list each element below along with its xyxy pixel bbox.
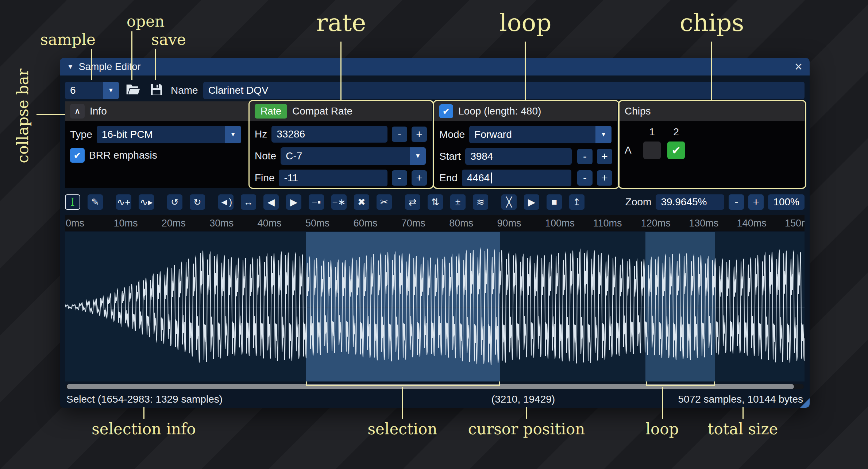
rate-button[interactable]: Rate [255, 104, 287, 119]
loop-end-input[interactable]: 4464 [462, 170, 571, 186]
loop-enabled-checkbox[interactable]: ✔ [439, 104, 453, 118]
loop-header-label: Loop (length: 480) [458, 105, 541, 117]
loop-start-decrease-button[interactable]: - [577, 149, 593, 164]
zoom-label: Zoom [625, 196, 652, 208]
loop-mode-select[interactable]: Forward ▼ [469, 126, 612, 143]
ruler-label: 70ms [401, 218, 425, 229]
chip-1-checkbox[interactable] [643, 142, 661, 159]
status-bar: Select (1654-2983: 1329 samples) (3210, … [65, 392, 805, 406]
waveform-area[interactable] [65, 232, 805, 381]
chip-2-checkbox[interactable]: ✔ [667, 142, 685, 159]
create-wavetable-button[interactable]: ↥ [569, 194, 585, 210]
desktop-background: ▼ Sample Editor × 6 ▼ Name Clarinet DQV [0, 0, 868, 469]
annotation-save: save [151, 31, 186, 49]
fine-increase-button[interactable]: + [412, 170, 427, 186]
fine-decrease-button[interactable]: - [392, 170, 407, 186]
sample-toolbar: I✎∿+∿▸↺↻◄)↔◀▶−▪−∗✖✂⇄⇅±≋╳▶■↥ Zoom 39.9645… [65, 193, 805, 212]
loop-end-decrease-button[interactable]: - [577, 170, 593, 186]
resample-button[interactable]: ∿▸ [139, 194, 154, 210]
ruler-label: 50ms [305, 218, 329, 229]
ruler-label: 0ms [66, 218, 84, 229]
collapse-chevron-icon[interactable]: ∧ [70, 104, 85, 119]
preview-sample-button[interactable]: ▶ [524, 194, 539, 210]
vertical-arrows-icon: ⇅ [431, 197, 439, 207]
zoom-input[interactable]: 39.9645% [656, 194, 724, 210]
stop-preview-button[interactable]: ■ [547, 194, 562, 210]
close-icon[interactable]: × [795, 60, 802, 73]
chips-header-label: Chips [625, 105, 651, 117]
annotation-selection: selection [368, 420, 437, 438]
speaker-icon: ◄) [220, 197, 232, 207]
hz-value: 33286 [277, 128, 305, 140]
window-collapse-icon[interactable]: ▼ [67, 63, 74, 71]
crossfade-loop-button[interactable]: ╳ [501, 194, 517, 210]
sample-number-select[interactable]: 6 ▼ [65, 82, 119, 99]
zoom-out-button[interactable]: - [729, 194, 744, 210]
loop-start-increase-button[interactable]: + [597, 149, 612, 164]
brr-emphasis-checkbox[interactable]: ✔ [70, 148, 85, 163]
amplify-button[interactable]: ◄) [218, 194, 234, 210]
annotation-total-size: total size [708, 420, 778, 438]
hz-input[interactable]: 33286 [271, 126, 387, 143]
chevron-down-icon[interactable]: ▼ [225, 126, 241, 143]
hz-decrease-button[interactable]: - [392, 127, 407, 142]
ruler-label: 60ms [353, 218, 377, 229]
trim-button[interactable]: ✂ [377, 194, 392, 210]
fade-in-button[interactable]: ◀ [263, 194, 279, 210]
redo-icon: ↻ [193, 197, 201, 207]
undo-icon: ↺ [171, 197, 179, 207]
sample-name-value: Clarinet DQV [208, 85, 269, 96]
ruler-label: 30ms [209, 218, 234, 229]
dropdown-arrow-glyph: ▼ [230, 131, 236, 138]
chips-panel: Chips 1 2 A ✔ [620, 101, 805, 188]
resize-button[interactable]: ∿+ [116, 194, 131, 210]
type-select[interactable]: 16-bit PCM ▼ [97, 126, 241, 143]
undo-button[interactable]: ↺ [167, 194, 182, 210]
hz-increase-button[interactable]: + [412, 127, 427, 142]
annotation-bracket-loop [646, 381, 715, 386]
annotation-rate: rate [316, 9, 366, 37]
insert-silence-button[interactable]: −▪ [309, 194, 324, 210]
annotation-line-sample [91, 49, 92, 80]
edit-mode-draw-button[interactable]: ✎ [88, 194, 103, 210]
apply-silence-button[interactable]: −∗ [331, 194, 347, 210]
reverse-button[interactable]: ⇄ [405, 194, 420, 210]
annotation-bracket-selection [306, 381, 500, 386]
delete-button[interactable]: ✖ [354, 194, 369, 210]
save-sample-button[interactable] [147, 82, 166, 99]
annotation-line-rate [340, 42, 342, 100]
info-panel-header: ∧ Info [65, 101, 250, 121]
zoom-in-button[interactable]: + [748, 194, 764, 210]
loop-start-input[interactable]: 3984 [465, 148, 572, 165]
wave-flag-icon: ∿▸ [140, 197, 153, 207]
chevron-down-icon[interactable]: ▼ [410, 147, 426, 165]
zoom-reset-button[interactable]: 100% [768, 194, 805, 210]
annotation-line-save [155, 49, 156, 80]
annotation-collapse-bar: collapse bar [14, 69, 32, 163]
ruler-label: 140ms [737, 218, 767, 229]
resize-grip[interactable] [800, 398, 810, 408]
window-titlebar[interactable]: ▼ Sample Editor × [60, 58, 810, 75]
timeline-ruler: 0ms10ms20ms30ms40ms50ms60ms70ms80ms90ms1… [65, 215, 805, 231]
normalize-button[interactable]: ↔ [241, 194, 256, 210]
note-select[interactable]: C-7 ▼ [281, 147, 426, 165]
chevron-down-icon[interactable]: ▼ [103, 82, 119, 99]
annotation-line-selection-info [143, 407, 144, 419]
name-label: Name [171, 85, 198, 96]
ruler-label: 120ms [641, 218, 671, 229]
chevron-down-icon[interactable]: ▼ [595, 126, 612, 143]
sample-name-input[interactable]: Clarinet DQV [203, 82, 805, 99]
fade-out-button[interactable]: ▶ [286, 194, 301, 210]
editor-panels: ∧ Info Type 16-bit PCM ▼ ✔ BRR emphasis [65, 101, 805, 188]
annotation-cursor-position: cursor position [468, 420, 585, 438]
brr-emphasis-label: BRR emphasis [89, 150, 157, 161]
fine-input[interactable]: -11 [279, 170, 387, 186]
loop-end-label: End [439, 172, 458, 184]
invert-button[interactable]: ⇅ [428, 194, 443, 210]
redo-button[interactable]: ↻ [190, 194, 205, 210]
apply-filter-button[interactable]: ≋ [473, 194, 488, 210]
edit-mode-select-button[interactable]: I [65, 194, 80, 210]
open-sample-button[interactable] [124, 82, 142, 99]
loop-end-increase-button[interactable]: + [597, 170, 612, 186]
sign-invert-button[interactable]: ± [450, 194, 466, 210]
